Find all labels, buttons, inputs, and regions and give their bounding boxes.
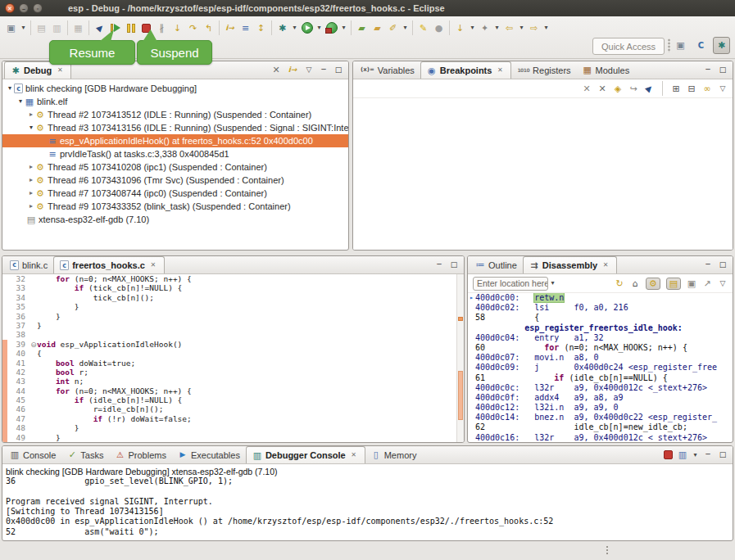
close-icon[interactable]: ✕ bbox=[148, 262, 158, 269]
console-drawer-button[interactable]: ≡ bbox=[238, 20, 253, 36]
sync-with-active-context-toggle[interactable]: ⚙ bbox=[646, 278, 660, 290]
annotation-range-tick[interactable] bbox=[458, 371, 463, 420]
tab-debugger-console[interactable]: ▥Debugger Console✕ bbox=[246, 446, 365, 463]
code-editor[interactable]: 32 for (n=0; n<MAX_HOOKS; n++) {33 if (t… bbox=[2, 274, 464, 442]
tab-problems[interactable]: ⚠Problems bbox=[109, 446, 171, 463]
disconnect-button[interactable]: ∦ bbox=[154, 20, 170, 36]
tab-outline[interactable]: ≔Outline bbox=[470, 256, 523, 273]
external-tools-button[interactable] bbox=[324, 20, 339, 36]
close-icon[interactable]: ✕ bbox=[55, 67, 65, 74]
remove-breakpoint-button[interactable]: ✕ bbox=[582, 84, 592, 93]
show-source-toggle[interactable]: ▤ bbox=[666, 278, 681, 290]
debug-tree[interactable]: ▾cblink checking [GDB Hardware Debugging… bbox=[2, 79, 348, 251]
window-maximize-button[interactable]: ▫ bbox=[33, 3, 43, 13]
tab-memory[interactable]: ▯Memory bbox=[365, 446, 423, 463]
mark-occurrences-button[interactable]: ✎ bbox=[415, 20, 431, 36]
terminate-console-button[interactable] bbox=[664, 450, 673, 459]
remove-all-breakpoints-button[interactable]: ✕ bbox=[597, 84, 607, 93]
collapse-arrow-icon[interactable]: ▸ bbox=[27, 203, 35, 210]
tab-blink-c[interactable]: cblink.c bbox=[4, 256, 53, 273]
tree-row[interactable]: ▸⚙Thread #5 1073410208 (ipc1) (Suspended… bbox=[2, 160, 348, 174]
expand-arrow-icon[interactable]: ▾ bbox=[16, 98, 25, 105]
window-close-button[interactable]: ✕ bbox=[5, 3, 15, 13]
build-button[interactable]: ▦ bbox=[70, 20, 86, 36]
annotation-ruler[interactable] bbox=[456, 274, 464, 442]
maximize-button[interactable]: □ bbox=[718, 451, 728, 458]
collapse-arrow-icon[interactable]: ▸ bbox=[27, 164, 35, 170]
tree-row[interactable]: ▾▦blink.elf bbox=[2, 95, 348, 108]
collapse-arrow-icon[interactable]: ▸ bbox=[27, 111, 35, 118]
tree-row[interactable]: ▸⚙Thread #2 1073413512 (IDLE : Running) … bbox=[2, 108, 348, 121]
external-tools-dropdown[interactable]: ▾ bbox=[339, 20, 348, 36]
back-button[interactable]: ⇦ bbox=[501, 20, 517, 36]
expand-arrow-icon[interactable]: ▾ bbox=[6, 85, 14, 92]
minimize-button[interactable]: ─ bbox=[703, 451, 713, 458]
tab-disassembly[interactable]: ⇉Disassembly✕ bbox=[523, 256, 617, 273]
close-icon[interactable]: ✕ bbox=[601, 262, 610, 269]
close-icon[interactable]: ✕ bbox=[349, 452, 359, 458]
open-perspective-button[interactable]: ▣ bbox=[672, 37, 689, 54]
collapse-arrow-icon[interactable]: ▸ bbox=[27, 177, 35, 183]
new-wizard-dropdown[interactable]: ▾ bbox=[19, 20, 28, 36]
debug-button[interactable]: ✱ bbox=[274, 20, 290, 36]
tab-registers[interactable]: 1010Registers bbox=[511, 61, 576, 79]
tab-modules[interactable]: ▦Modules bbox=[577, 61, 636, 79]
step-into-button[interactable]: ↓ bbox=[170, 20, 185, 36]
remove-all-terminated-button[interactable]: ✕ bbox=[271, 65, 281, 75]
suspend-button[interactable] bbox=[123, 20, 138, 36]
tab-breakpoints[interactable]: ◉Breakpoints✕ bbox=[420, 61, 512, 79]
expand-all-button[interactable]: ⊞ bbox=[671, 84, 681, 93]
maximize-button[interactable]: □ bbox=[718, 261, 728, 269]
pointer-button[interactable]: ▶ bbox=[92, 20, 107, 36]
open-new-view-button[interactable]: ▣ bbox=[687, 279, 696, 288]
debug-dropdown[interactable]: ▾ bbox=[290, 20, 299, 36]
quick-access-input[interactable]: Quick Access bbox=[592, 38, 665, 55]
tree-row[interactable]: ▸⚙Thread #6 1073431096 (Tmr Svc) (Suspen… bbox=[2, 174, 348, 187]
annotations-button[interactable]: ● bbox=[431, 20, 447, 36]
instruction-stepping-toggle[interactable]: i→ bbox=[286, 66, 299, 74]
maximize-button[interactable]: □ bbox=[718, 66, 728, 74]
run-button[interactable] bbox=[299, 20, 315, 36]
export-button[interactable]: ↗ bbox=[702, 279, 712, 288]
pin-editor-button[interactable]: ✦ bbox=[477, 20, 492, 36]
collapse-arrow-icon[interactable]: ▸ bbox=[27, 190, 35, 196]
save-all-button[interactable]: ▥ bbox=[49, 20, 65, 36]
console-output[interactable]: blink checking [GDB Hardware Debugging] … bbox=[2, 464, 733, 541]
cpp-perspective-button[interactable]: C bbox=[692, 37, 710, 54]
display-selected-dropdown[interactable]: ▾ bbox=[692, 452, 698, 458]
tab-executables[interactable]: ▶Executables bbox=[172, 446, 246, 463]
maximize-button[interactable]: □ bbox=[449, 261, 459, 269]
forward-button[interactable]: ⇨ bbox=[526, 20, 542, 36]
tree-row[interactable]: ▸⚙Thread #7 1073408744 (ipc0) (Suspended… bbox=[2, 187, 348, 200]
tab-tasks[interactable]: ✓Tasks bbox=[61, 446, 109, 463]
debug-perspective-button[interactable]: ✱ bbox=[713, 37, 730, 54]
minimize-button[interactable]: ─ bbox=[434, 261, 444, 269]
view-menu-button[interactable]: ▽ bbox=[718, 280, 728, 287]
link-with-debug-view-button[interactable]: ∞ bbox=[702, 84, 712, 93]
tab-variables[interactable]: (x)=Variables bbox=[355, 61, 420, 79]
step-return-button[interactable]: ↰ bbox=[201, 20, 216, 36]
tab-freertos-hooks-c[interactable]: cfreertos_hooks.c✕ bbox=[53, 256, 165, 273]
save-button[interactable]: ▤ bbox=[34, 20, 49, 36]
display-selected-console-button[interactable]: ▥ bbox=[678, 450, 687, 459]
home-button[interactable]: ⌂ bbox=[630, 279, 640, 288]
minimize-button[interactable]: ─ bbox=[703, 261, 713, 269]
tree-row[interactable]: ▸⚙Thread #9 1073433352 (blink_task) (Sus… bbox=[2, 200, 348, 213]
minimize-button[interactable]: ─ bbox=[703, 66, 713, 74]
close-icon[interactable]: ✕ bbox=[495, 67, 505, 74]
tree-row[interactable]: ▾cblink checking [GDB Hardware Debugging… bbox=[2, 82, 348, 95]
expand-arrow-icon[interactable]: ▾ bbox=[27, 124, 35, 131]
breakpoints-empty-area[interactable] bbox=[353, 98, 733, 250]
maximize-button[interactable]: □ bbox=[333, 66, 343, 74]
fold-marker[interactable]: ⊖ bbox=[29, 340, 37, 349]
open-project-button[interactable]: ▰ bbox=[370, 20, 385, 36]
last-edit-location-button[interactable]: ↓ bbox=[452, 20, 468, 36]
tree-row[interactable]: ▾⚙Thread #3 1073413156 (IDLE : Running) … bbox=[2, 121, 348, 134]
tab-console[interactable]: ▥Console bbox=[4, 446, 61, 463]
instruction-stepping-button[interactable]: i→ bbox=[222, 20, 238, 36]
back-dropdown[interactable]: ▾ bbox=[517, 20, 526, 36]
open-element-button[interactable]: ✐ bbox=[385, 20, 401, 36]
window-minimize-button[interactable]: – bbox=[19, 3, 29, 13]
tree-row[interactable]: ▤xtensa-esp32-elf-gdb (7.10) bbox=[2, 213, 348, 226]
tree-row[interactable]: ≡prvIdleTask() at tasks.c:3,338 0x400845… bbox=[2, 147, 348, 160]
